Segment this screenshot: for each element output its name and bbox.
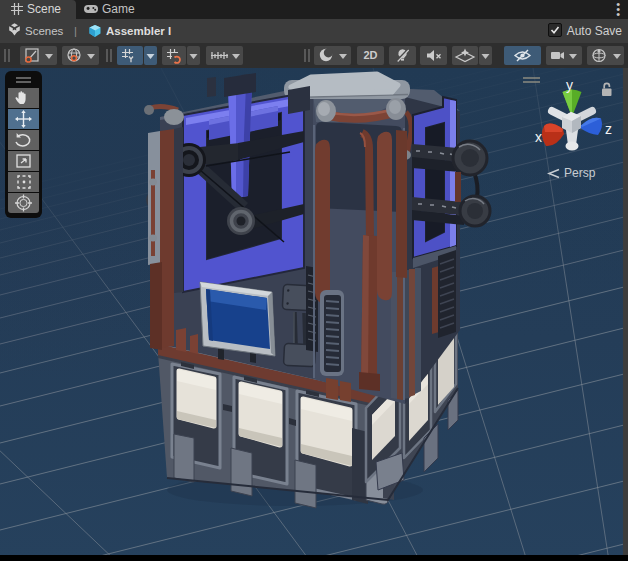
svg-text:z: z [605,121,612,137]
svg-text:x: x [535,129,542,145]
svg-text:y: y [566,77,573,93]
